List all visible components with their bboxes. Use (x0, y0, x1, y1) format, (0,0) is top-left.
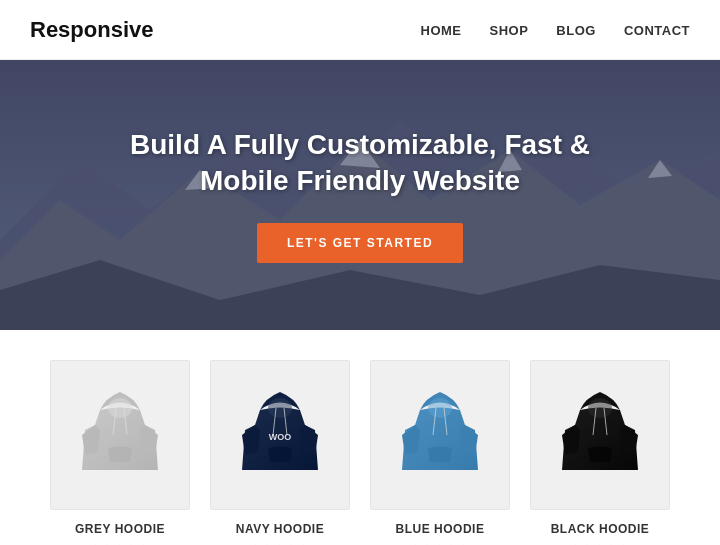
main-nav: HOMESHOPBLOGCONTACT (421, 21, 691, 39)
product-image[interactable] (530, 360, 670, 510)
site-logo: Responsive (30, 17, 154, 43)
svg-point-16 (428, 398, 452, 418)
product-image[interactable] (370, 360, 510, 510)
svg-point-12 (268, 398, 292, 418)
product-name: BLUE HOODIE (370, 522, 510, 536)
hero-section: Build A Fully Customizable, Fast &Mobile… (0, 60, 720, 330)
hero-title: Build A Fully Customizable, Fast &Mobile… (130, 127, 590, 200)
product-image[interactable] (50, 360, 190, 510)
product-image[interactable]: WOO (210, 360, 350, 510)
product-card: BLUE HOODIE ★★★★☆ $19.90 (370, 360, 510, 545)
site-header: Responsive HOMESHOPBLOGCONTACT (0, 0, 720, 60)
nav-link-contact[interactable]: CONTACT (624, 23, 690, 38)
nav-link-blog[interactable]: BLOG (556, 23, 596, 38)
product-name: BLACK HOODIE (530, 522, 670, 536)
nav-link-home[interactable]: HOME (421, 23, 462, 38)
product-name: GREY HOODIE (50, 522, 190, 536)
product-card: WOO NAVY HOODIE ★★★★★ $19.90 (210, 360, 350, 545)
nav-link-shop[interactable]: SHOP (490, 23, 529, 38)
hero-content: Build A Fully Customizable, Fast &Mobile… (130, 127, 590, 264)
svg-text:WOO: WOO (269, 432, 292, 442)
product-name: NAVY HOODIE (210, 522, 350, 536)
svg-point-9 (108, 398, 132, 418)
products-grid: GREY HOODIE ★★★★☆ $19.90 (50, 360, 670, 545)
product-card: GREY HOODIE ★★★★☆ $19.90 (50, 360, 190, 545)
product-card: BLACK HOODIE ★★★★★ $19.90 (530, 360, 670, 545)
products-section: GREY HOODIE ★★★★☆ $19.90 (0, 330, 720, 545)
hero-cta-button[interactable]: LET'S GET STARTED (257, 223, 463, 263)
svg-point-19 (588, 398, 612, 418)
